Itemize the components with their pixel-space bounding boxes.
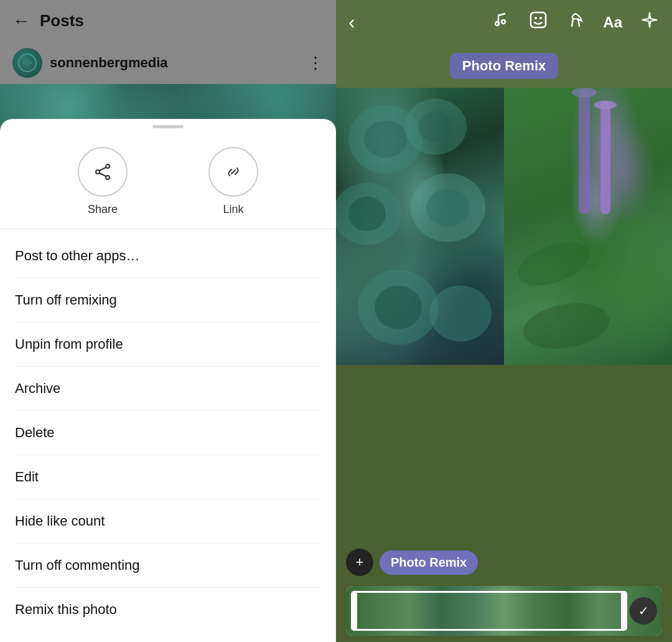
user-info: sonnenbergmedia bbox=[12, 48, 167, 78]
menu-item-turn-off-remixing[interactable]: Turn off remixing bbox=[15, 278, 321, 323]
music-icon[interactable] bbox=[491, 10, 511, 34]
svg-point-14 bbox=[364, 121, 408, 158]
menu-item-delete[interactable]: Delete bbox=[15, 411, 321, 455]
bottom-sheet: Share Link Post to other apps… Turn off … bbox=[0, 119, 336, 642]
svg-point-23 bbox=[429, 286, 492, 342]
sheet-handle bbox=[152, 125, 184, 128]
timeline-handle-left[interactable] bbox=[351, 591, 357, 631]
link-label: Link bbox=[223, 203, 243, 216]
svg-point-16 bbox=[418, 111, 453, 143]
sparkle-icon[interactable] bbox=[640, 10, 660, 34]
back-button[interactable]: ← bbox=[12, 12, 30, 30]
left-header: ← Posts bbox=[0, 0, 336, 42]
more-options-button[interactable]: ⋮ bbox=[307, 54, 324, 73]
photo-grid bbox=[336, 88, 672, 365]
menu-item-edit[interactable]: Edit bbox=[15, 455, 321, 499]
menu-item-post-to-other-apps[interactable]: Post to other apps… bbox=[15, 234, 321, 278]
svg-point-7 bbox=[495, 22, 499, 26]
header-icons: Aa bbox=[491, 10, 660, 34]
svg-point-20 bbox=[426, 189, 470, 227]
photo-remix-label: Photo Remix bbox=[450, 53, 558, 79]
svg-point-1 bbox=[24, 60, 30, 66]
svg-rect-26 bbox=[600, 102, 610, 214]
share-label: Share bbox=[88, 203, 118, 216]
text-tool-icon[interactable]: Aa bbox=[603, 14, 622, 31]
svg-point-28 bbox=[594, 101, 617, 110]
left-panel: ← Posts sonnenbergmedia ⋮ bbox=[0, 0, 336, 642]
menu-item-hide-like-count[interactable]: Hide like count bbox=[15, 499, 321, 544]
accessibility-icon[interactable] bbox=[566, 10, 586, 34]
svg-point-11 bbox=[534, 17, 537, 19]
link-circle bbox=[208, 147, 258, 197]
right-header: ‹ bbox=[336, 0, 672, 44]
share-circle bbox=[78, 147, 128, 197]
page-title: Posts bbox=[40, 11, 84, 31]
timeline-background bbox=[346, 586, 662, 636]
svg-point-12 bbox=[539, 17, 542, 19]
svg-point-18 bbox=[348, 197, 386, 232]
photo-lupine bbox=[504, 88, 672, 365]
photo-remix-label-container: Photo Remix bbox=[336, 44, 672, 88]
photo-remix-tag[interactable]: Photo Remix bbox=[380, 550, 478, 575]
sticker-icon[interactable] bbox=[528, 10, 548, 34]
back-button-right[interactable]: ‹ bbox=[348, 11, 355, 34]
menu-item-archive[interactable]: Archive bbox=[15, 367, 321, 411]
svg-rect-10 bbox=[531, 12, 546, 27]
avatar bbox=[12, 48, 42, 78]
svg-line-6 bbox=[100, 173, 106, 176]
menu-item-remix-this-photo[interactable]: Remix this photo bbox=[15, 588, 321, 631]
svg-point-4 bbox=[106, 176, 110, 179]
timeline-handle-right[interactable] bbox=[621, 591, 627, 631]
svg-point-3 bbox=[96, 170, 100, 174]
menu-item-turn-off-commenting[interactable]: Turn off commenting bbox=[15, 544, 321, 588]
svg-line-9 bbox=[498, 14, 505, 16]
link-action[interactable]: Link bbox=[208, 147, 258, 216]
svg-rect-25 bbox=[579, 90, 590, 214]
svg-point-8 bbox=[502, 20, 505, 24]
share-action[interactable]: Share bbox=[78, 147, 128, 216]
quick-actions: Share Link bbox=[0, 141, 336, 229]
bottom-area: + Photo Remix ✓ bbox=[336, 365, 672, 642]
timeline-container: ✓ bbox=[341, 586, 667, 636]
right-panel: ‹ bbox=[336, 0, 672, 642]
user-row: sonnenbergmedia ⋮ bbox=[0, 42, 336, 84]
add-tag-button[interactable]: + bbox=[346, 549, 373, 576]
svg-line-5 bbox=[100, 168, 106, 171]
svg-point-27 bbox=[572, 88, 597, 98]
timeline-strip[interactable]: ✓ bbox=[346, 586, 662, 636]
tag-row: + Photo Remix bbox=[336, 539, 672, 586]
svg-point-2 bbox=[106, 164, 110, 168]
photo-succulents bbox=[336, 88, 504, 365]
svg-point-22 bbox=[375, 286, 422, 329]
menu-items: Post to other apps… Turn off remixing Un… bbox=[0, 234, 336, 631]
confirm-button[interactable]: ✓ bbox=[630, 597, 657, 625]
menu-item-unpin-from-profile[interactable]: Unpin from profile bbox=[15, 323, 321, 367]
username: sonnenbergmedia bbox=[50, 55, 167, 71]
